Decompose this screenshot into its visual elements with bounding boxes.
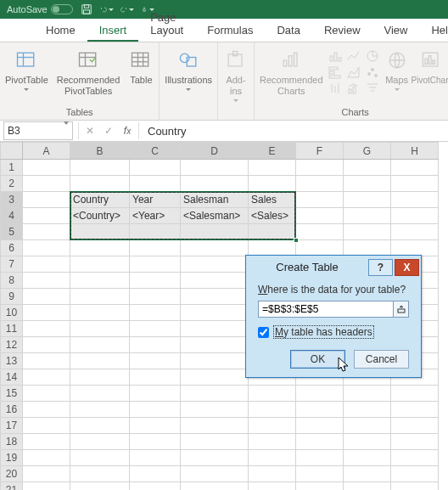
column-header[interactable]: D [181,143,249,160]
cell[interactable] [296,402,344,418]
cell[interactable] [181,418,249,434]
row-header[interactable]: 15 [1,386,23,402]
name-box[interactable]: B3 [3,121,73,140]
cell[interactable] [70,386,130,402]
addins-button[interactable]: Add- ins [223,48,249,102]
cell[interactable] [70,369,130,386]
cell[interactable] [391,176,439,192]
cell[interactable] [296,450,344,466]
cell[interactable] [70,256,130,273]
cell[interactable] [130,466,181,482]
cell[interactable] [181,353,249,369]
cell[interactable] [23,321,70,337]
row-header[interactable]: 9 [1,289,23,305]
cell[interactable] [130,482,181,491]
cell[interactable] [181,402,249,418]
undo-icon[interactable] [100,3,114,16]
row-header[interactable]: 12 [1,337,23,353]
cell[interactable] [296,418,344,434]
cell[interactable] [181,386,249,402]
cell[interactable] [344,192,391,208]
cell[interactable] [23,305,70,321]
cell[interactable] [130,240,181,256]
cell[interactable] [70,466,130,482]
cell[interactable] [344,434,391,450]
cell[interactable] [391,240,439,256]
column-header[interactable]: G [344,143,391,160]
line-chart-button[interactable] [347,49,361,63]
row-header[interactable]: 19 [1,450,23,466]
row-header[interactable]: 5 [1,224,23,240]
area-chart-button[interactable] [347,65,361,79]
cell[interactable] [391,466,439,482]
cell[interactable] [344,176,391,192]
cell[interactable] [70,450,130,466]
cell[interactable] [181,450,249,466]
tab-home[interactable]: Home [34,20,87,42]
cell[interactable] [296,176,344,192]
tab-view[interactable]: View [372,20,420,42]
cell[interactable] [344,224,391,240]
cell[interactable] [23,369,70,386]
row-header[interactable]: 3 [1,192,23,208]
cell[interactable] [344,386,391,402]
cell[interactable] [23,160,70,176]
row-header[interactable]: 7 [1,256,23,273]
cell[interactable] [181,337,249,353]
cell[interactable] [181,434,249,450]
cell[interactable] [23,208,70,224]
cell[interactable] [249,240,296,256]
cell[interactable] [181,289,249,305]
column-header[interactable]: F [296,143,344,160]
cell[interactable] [344,482,391,491]
cell[interactable] [130,386,181,402]
cell[interactable]: <Country> [70,208,130,224]
cell[interactable] [23,450,70,466]
row-header[interactable]: 6 [1,240,23,256]
cell[interactable] [23,466,70,482]
row-header[interactable]: 14 [1,369,23,386]
recommended-charts-button[interactable]: Recommended Charts [260,48,323,97]
cell[interactable] [23,337,70,353]
cell[interactable] [249,176,296,192]
cell[interactable]: <Year> [130,208,181,224]
dialog-titlebar[interactable]: Create Table ? X [246,256,421,279]
row-header[interactable]: 17 [1,418,23,434]
cell[interactable]: <Salesman> [181,208,249,224]
cell[interactable] [70,353,130,369]
tab-data[interactable]: Data [265,20,311,42]
tab-insert[interactable]: Insert [87,20,139,42]
combo-chart-button[interactable] [347,82,361,95]
column-header[interactable]: E [249,143,296,160]
cell[interactable] [130,224,181,240]
tab-review[interactable]: Review [312,20,372,42]
save-icon[interactable] [80,3,93,16]
row-header[interactable]: 21 [1,482,23,491]
cell[interactable] [181,160,249,176]
cell[interactable] [130,256,181,273]
collapse-dialog-button[interactable] [394,301,409,318]
cell[interactable] [23,482,70,491]
row-header[interactable]: 2 [1,176,23,192]
cell[interactable] [344,450,391,466]
cell[interactable] [391,450,439,466]
cell[interactable] [70,176,130,192]
cell[interactable] [296,386,344,402]
cell[interactable] [391,224,439,240]
cell[interactable]: Salesman [181,192,249,208]
row-header[interactable]: 1 [1,160,23,176]
tab-help[interactable]: Help [419,20,448,42]
cell[interactable] [23,240,70,256]
cell[interactable] [296,240,344,256]
column-header[interactable]: B [70,143,130,160]
cell[interactable] [23,289,70,305]
scatter-chart-button[interactable] [366,65,379,79]
cell[interactable] [391,418,439,434]
cell[interactable] [344,240,391,256]
cell[interactable] [23,402,70,418]
bar-chart-button[interactable] [328,65,342,79]
enter-formula-button[interactable]: ✓ [99,121,118,140]
cell[interactable] [181,240,249,256]
cell[interactable] [130,402,181,418]
formula-value[interactable]: Country [141,125,187,138]
